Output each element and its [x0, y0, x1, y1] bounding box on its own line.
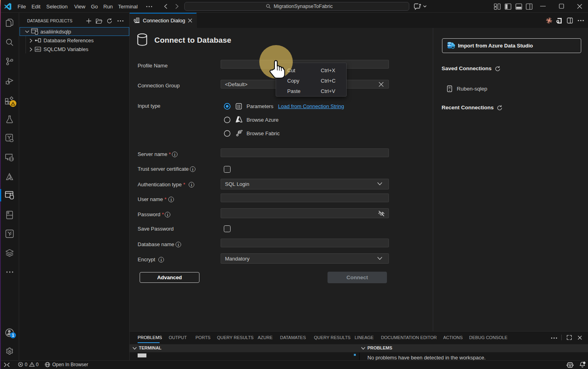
svg-text:abc: abc — [36, 48, 40, 51]
